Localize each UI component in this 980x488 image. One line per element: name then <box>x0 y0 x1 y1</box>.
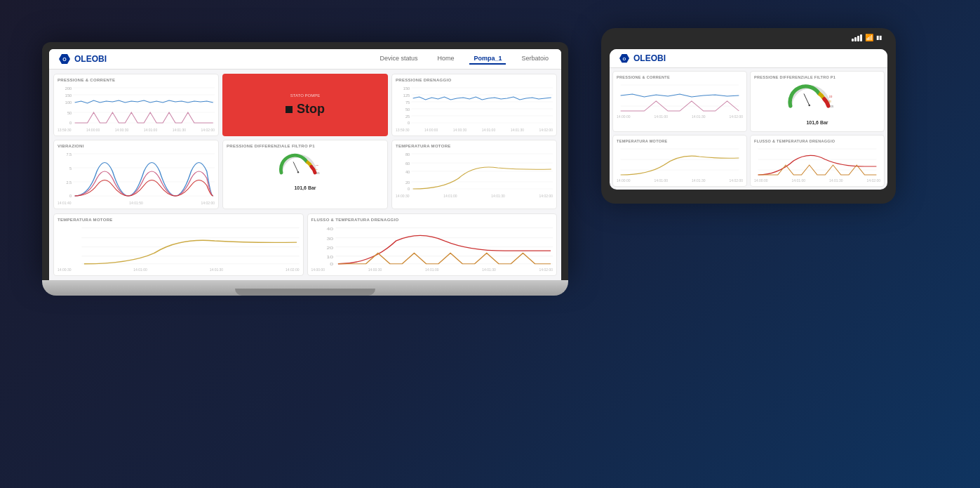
svg-line-67 <box>804 94 810 105</box>
stop-content: Stop <box>286 102 325 117</box>
panel-pressione-corrente-title: PRESSIONE & CORRENTE <box>58 78 215 82</box>
svg-text:105: 105 <box>316 172 320 175</box>
laptop-panel-grid: PRESSIONE & CORRENTE <box>49 70 561 213</box>
tablet-flusso-chart <box>754 145 880 177</box>
tablet-grid: PRESSIONE & CORRENTE <box>610 68 887 190</box>
svg-text:120: 120 <box>828 100 831 103</box>
svg-text:20: 20 <box>405 180 410 185</box>
svg-text:7.5: 7.5 <box>66 152 72 157</box>
panel-flusso-title: FLUSSO & TEMPERATURA DRENAGGIO <box>311 218 553 222</box>
stop-panel: STATO POMPE Stop <box>222 74 388 136</box>
x-label-3: 14:00:30 <box>115 128 128 132</box>
tablet-gauge: 105 120 130 101,6 Bar <box>754 81 880 128</box>
laptop-screen-outer: O OLEOBI Device status Home Pompa_1 Serb… <box>42 42 568 280</box>
svg-text:130: 130 <box>316 164 319 166</box>
svg-text:130: 130 <box>829 95 833 98</box>
flusso-svg: 40 30 20 10 0 <box>311 224 553 266</box>
tablet-pdiff-title: PRESSIONE DIFFERENZIALE FILTRO P1 <box>754 75 880 79</box>
x-label-4: 14:01:00 <box>144 128 157 132</box>
vibrazioni-xaxis: 14:01:40 14:01:50 14:02:00 <box>58 201 215 205</box>
temp-motore-svg-2 <box>58 224 300 266</box>
laptop-screen: O OLEOBI Device status Home Pompa_1 Serb… <box>49 49 561 280</box>
tablet-temp-svg <box>617 145 743 177</box>
svg-text:30: 30 <box>326 237 333 242</box>
scene: O OLEOBI Device status Home Pompa_1 Serb… <box>0 0 980 488</box>
x-label-5: 14:01:30 <box>173 128 186 132</box>
svg-text:0: 0 <box>69 194 72 198</box>
tablet-pc-title: PRESSIONE & CORRENTE <box>617 75 743 79</box>
tablet-body: 📶 ▮▮ O OLEOBI <box>601 28 896 204</box>
svg-text:105: 105 <box>830 105 833 108</box>
tablet-flusso-title: FLUSSO & TEMPERATURA DRENAGGIO <box>754 139 880 143</box>
panel-temp-motore-2: TEMPERATURA MOTORE <box>53 213 304 276</box>
panel-pressione-drenaggio-title: PRESSIONE DRENAGGIO <box>396 78 553 82</box>
tablet-logo-icon: O <box>618 53 631 63</box>
tablet-temp-title: TEMPERATURA MOTORE <box>617 139 743 143</box>
gauge-svg: 105 120 130 <box>277 153 333 188</box>
svg-point-68 <box>808 105 810 107</box>
tab-pompa1[interactable]: Pompa_1 <box>469 53 506 65</box>
panel-vibrazioni: VIBRAZIONI 7.5 5 2.5 <box>53 140 219 209</box>
panel-temp2-title: TEMPERATURA MOTORE <box>58 218 300 222</box>
svg-text:0: 0 <box>408 187 410 191</box>
tablet-panel-temp-motore: TEMPERATURA MOTORE 14:00:00 <box>612 135 747 187</box>
tab-home[interactable]: Home <box>433 53 458 65</box>
tablet-screen: O OLEOBI PRESSIONE & CORRENTE <box>610 49 887 190</box>
tablet-flusso-xaxis: 14:00:00 14:01:00 14:01:30 14:02:00 <box>754 178 880 183</box>
pressione-corrente-svg: 200 150 100 50 0 <box>58 84 215 126</box>
laptop-logo: O OLEOBI <box>58 53 107 65</box>
pressione-drenaggio-xaxis: 13:59:30 14:00:00 14:00:30 14:01:00 14:0… <box>396 128 553 132</box>
panel-pdiff-title: PRESSIONE DIFFERENZIALE FILTRO P1 <box>227 144 384 148</box>
svg-line-32 <box>293 162 298 172</box>
signal-bars <box>852 34 862 41</box>
svg-text:5: 5 <box>69 166 72 171</box>
svg-text:120: 120 <box>315 169 318 171</box>
panel-pressione-drenaggio: PRESSIONE DRENAGGIO 150 <box>391 74 557 136</box>
tab-serbatoio[interactable]: Serbatoio <box>517 53 553 65</box>
tablet-dashboard: O OLEOBI PRESSIONE & CORRENTE <box>610 49 887 190</box>
panel-pressione-corrente: PRESSIONE & CORRENTE <box>53 74 219 136</box>
panel-temp-title: TEMPERATURA MOTORE <box>396 144 553 148</box>
temp-motore-svg: 80 60 40 20 0 <box>396 150 553 192</box>
signal-bar-2 <box>854 37 857 41</box>
gauge-value: 101,6 Bar <box>294 185 316 190</box>
tablet-panel-pdiff: PRESSIONE DIFFERENZIALE FILTRO P1 10 <box>750 71 885 132</box>
tablet-temp-chart <box>617 145 743 177</box>
signal-bar-1 <box>852 39 854 41</box>
temp-motore-chart: 80 60 40 20 0 <box>396 150 553 192</box>
pressione-corrente-xaxis: 13:59:30 14:00:00 14:00:30 14:01:00 14:0… <box>58 128 215 132</box>
panel-flusso-temp: FLUSSO & TEMPERATURA DRENAGGIO 40 30 <box>307 213 558 276</box>
svg-text:100: 100 <box>65 100 72 105</box>
svg-text:60: 60 <box>405 161 410 166</box>
svg-text:125: 125 <box>403 93 410 98</box>
svg-text:10: 10 <box>326 255 333 260</box>
stop-square-icon <box>286 106 293 113</box>
x-label-2: 14:00:00 <box>86 128 100 132</box>
laptop-base <box>42 280 568 296</box>
vibrazioni-chart: 7.5 5 2.5 0 <box>58 150 215 199</box>
flusso-xaxis: 14:00:00 14:00:30 14:01:00 14:01:30 14:0… <box>311 268 553 272</box>
tablet-logo: O OLEOBI <box>618 53 666 63</box>
laptop-nav-tabs[interactable]: Device status Home Pompa_1 Serbatoio <box>375 53 553 65</box>
svg-text:200: 200 <box>65 86 72 91</box>
pressione-drenaggio-chart: 150 125 75 50 25 0 <box>396 84 553 126</box>
svg-text:O: O <box>623 56 626 61</box>
tablet-pc-xaxis: 14:00:00 14:01:00 14:01:30 14:02:00 <box>617 114 743 119</box>
panel-temp-motore: TEMPERATURA MOTORE 80 60 <box>391 140 557 209</box>
svg-text:50: 50 <box>67 111 72 115</box>
svg-text:0: 0 <box>69 121 72 125</box>
tablet-gauge-value: 101,6 Bar <box>806 120 828 125</box>
svg-text:150: 150 <box>65 93 72 98</box>
signal-bar-4 <box>860 34 862 41</box>
tablet-panel-flusso: FLUSSO & TEMPERATURA DRENAGGIO <box>750 135 885 187</box>
svg-text:0: 0 <box>330 262 333 266</box>
logo-icon: O <box>58 53 72 65</box>
signal-bar-3 <box>857 36 859 41</box>
svg-text:40: 40 <box>326 226 333 231</box>
laptop-second-row: TEMPERATURA MOTORE <box>49 213 561 280</box>
temp-motore-chart-2 <box>58 224 300 266</box>
wifi-icon: 📶 <box>865 34 873 41</box>
svg-text:2.5: 2.5 <box>66 180 72 185</box>
tab-device-status[interactable]: Device status <box>375 53 422 65</box>
vibrazioni-svg: 7.5 5 2.5 0 <box>58 150 215 199</box>
